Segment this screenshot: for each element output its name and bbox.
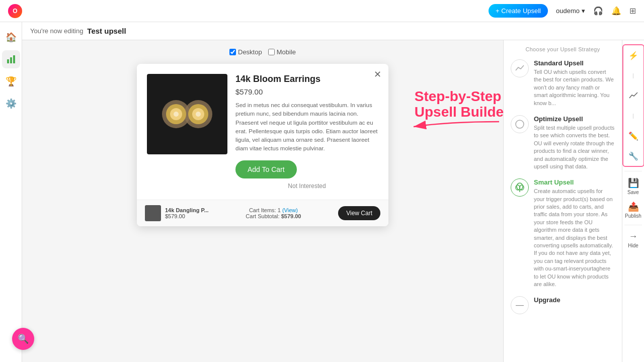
product-price: $579.00 [235, 87, 378, 96]
not-interested-link[interactable]: Not Interested [235, 183, 378, 190]
sidebar-item-analytics[interactable] [2, 50, 20, 68]
account-menu-button[interactable]: oudemo ▾ [556, 7, 585, 15]
close-button[interactable]: ✕ [374, 69, 381, 80]
sidebar-item-settings[interactable]: ⚙️ [2, 95, 20, 113]
top-nav-right: + Create Upsell oudemo ▾ 🎧 🔔 ⊞ [489, 4, 636, 18]
headphones-icon[interactable]: 🎧 [593, 6, 603, 16]
upsell-popup: ✕ 14k Bloom Earring [137, 64, 388, 226]
tools-highlight-box: ⚡ | | ✏️ 🔧 [622, 44, 645, 167]
svg-rect-2 [13, 55, 15, 63]
search-fab-icon: 🔍 [18, 333, 29, 344]
add-to-cart-button[interactable]: Add To Cart [235, 160, 297, 178]
svg-point-10 [174, 112, 179, 117]
svg-rect-1 [10, 57, 12, 63]
save-button[interactable]: 💾 Save [622, 175, 644, 197]
strategy-item-smart[interactable]: Smart Upsell Create automatic upsells fo… [511, 178, 615, 288]
editing-bar: You're now editing Test upsell [22, 22, 644, 40]
popup-body: 14k Bloom Earrings $579.00 Sed in metus … [137, 64, 388, 200]
separator2-tool: | [624, 107, 642, 125]
upgrade-icon: — [511, 296, 529, 314]
strategy-item-upgrade[interactable]: — Upgrade [511, 296, 615, 314]
top-navigation: O + Create Upsell oudemo ▾ 🎧 🔔 ⊞ [0, 0, 644, 22]
cart-view-link[interactable]: (View) [282, 207, 298, 213]
optimize-upsell-icon [511, 115, 529, 133]
cart-item-thumbnail [145, 205, 161, 221]
svg-point-11 [196, 112, 201, 117]
top-nav-left: O [8, 4, 22, 18]
tools-tool[interactable]: 🔧 [624, 147, 642, 165]
bell-icon[interactable]: 🔔 [611, 6, 621, 16]
cart-item-info: 14k Dangling P... $579.00 [165, 207, 209, 219]
product-title: 14k Bloom Earrings [235, 74, 378, 84]
strategy-item-standard[interactable]: Standard Upsell Tell OU which upsells co… [511, 59, 615, 107]
save-icon: 💾 [628, 177, 639, 189]
logo: O [8, 4, 22, 18]
strategy-panel-title: Choose your Upsell Strategy [511, 46, 615, 52]
tools-divider-2 [624, 225, 641, 225]
cart-item: 14k Dangling P... $579.00 [145, 205, 209, 221]
standard-upsell-text: Standard Upsell Tell OU which upsells co… [534, 59, 615, 107]
chevron-down-icon: ▾ [582, 7, 585, 15]
product-image [147, 74, 227, 154]
smart-upsell-icon [511, 178, 529, 197]
cart-item-price: $579.00 [165, 213, 209, 219]
right-tools-panel: ⚡ | | ✏️ 🔧 💾 Save 📤 Publish → Hide [622, 40, 644, 362]
grid-icon[interactable]: ⊞ [629, 6, 636, 16]
svg-point-12 [516, 120, 524, 128]
left-sidebar: 🏠 🏆 ⚙️ [0, 22, 22, 362]
editing-label: You're now editing [30, 27, 83, 35]
annotation-wrapper: Step-by-Step Upsell Builder ✕ [137, 64, 388, 226]
lightning-tool[interactable]: ⚡ [624, 46, 642, 64]
publish-button[interactable]: 📤 Publish [622, 199, 644, 221]
hide-button[interactable]: → Hide [622, 229, 644, 250]
cart-summary: Cart Items: 1 (View) Cart Subtotal: $579… [246, 207, 301, 219]
sidebar-item-achievements[interactable]: 🏆 [2, 72, 20, 90]
right-strategy-panel: Choose your Upsell Strategy Standard Ups… [503, 40, 622, 362]
page-title: Test upsell [87, 27, 126, 35]
hide-icon: → [629, 231, 638, 242]
standard-upsell-icon [511, 59, 529, 77]
cart-item-name: 14k Dangling P... [165, 207, 209, 213]
edit-tool[interactable]: ✏️ [624, 127, 642, 145]
desktop-toggle[interactable]: Desktop [229, 48, 262, 56]
publish-icon: 📤 [628, 201, 639, 212]
sidebar-item-home[interactable]: 🏠 [2, 28, 20, 46]
strategy-item-optimize[interactable]: Optimize Upsell Split test multiple upse… [511, 115, 615, 170]
product-description: Sed in metus nec dui consequat vestibulu… [235, 101, 378, 153]
mobile-toggle[interactable]: Mobile [268, 48, 296, 56]
upgrade-text: Upgrade [534, 296, 560, 314]
create-upsell-button[interactable]: + Create Upsell [489, 4, 548, 18]
popup-info: 14k Bloom Earrings $579.00 Sed in metus … [235, 74, 378, 190]
tools-divider [624, 171, 641, 171]
main-content-area: Desktop Mobile Step-by-Step Upsell Build… [22, 40, 503, 362]
smart-upsell-text: Smart Upsell Create automatic upsells fo… [534, 178, 615, 288]
optimize-upsell-text: Optimize Upsell Split test multiple upse… [534, 115, 615, 170]
chart-tool[interactable] [624, 86, 642, 105]
svg-rect-0 [7, 59, 9, 63]
step-by-step-label: Step-by-Step Upsell Builder [415, 89, 509, 120]
search-fab-button[interactable]: 🔍 [12, 328, 34, 350]
popup-footer: 14k Dangling P... $579.00 Cart Items: 1 … [137, 200, 388, 226]
separator-tool: | [624, 66, 642, 84]
earring-illustration [157, 84, 217, 144]
view-cart-button[interactable]: View Cart [338, 206, 380, 220]
view-toggle: Desktop Mobile [229, 48, 296, 56]
